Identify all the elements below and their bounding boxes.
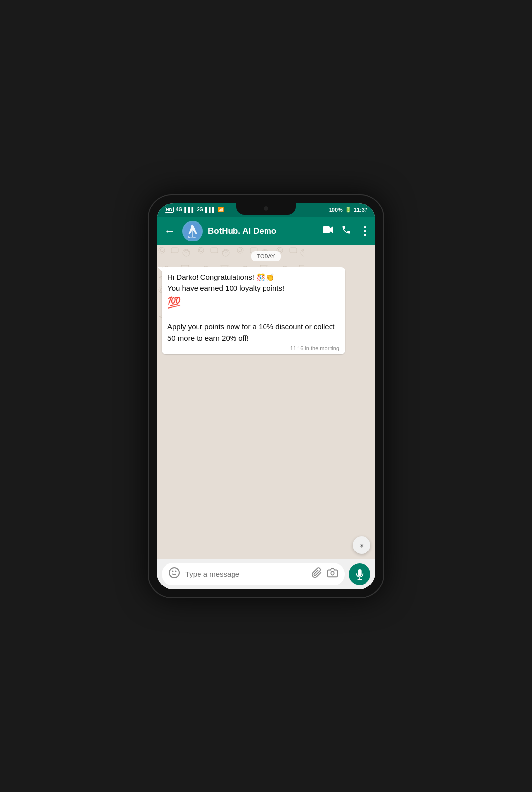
scroll-to-bottom-button[interactable] [353, 536, 370, 554]
hd-icon: HD [165, 207, 174, 213]
video-call-button[interactable] [323, 226, 333, 236]
status-left: HD 4G ▌▌▌ 2G ▌▌▌ 📶 [165, 207, 224, 213]
camera-dot [264, 206, 268, 211]
message-line2: You have earned 100 loyalty points! [167, 283, 339, 294]
message-emoji: 💯 [167, 294, 339, 310]
phone-screen: HD 4G ▌▌▌ 2G ▌▌▌ 📶 100% 🔋 11:37 ← [157, 203, 375, 589]
svg-text:bothub: bothub [188, 236, 198, 239]
avatar-inner: bothub [182, 221, 203, 241]
signal-2g: 2G [197, 207, 203, 212]
svg-point-23 [331, 571, 334, 575]
status-right: 100% 🔋 11:37 [329, 207, 367, 213]
message-line1: Hi Darko! Congratulations! 🎊👏 [167, 272, 339, 283]
attach-button[interactable] [311, 567, 322, 581]
mic-button[interactable] [349, 563, 370, 585]
emoji-button[interactable] [168, 567, 180, 582]
phone-call-button[interactable] [341, 225, 351, 237]
svg-point-20 [169, 568, 179, 578]
header-icons: ⋮ [323, 225, 369, 238]
message-text: Hi Darko! Congratulations! 🎊👏 You have e… [167, 272, 339, 344]
phone-frame: HD 4G ▌▌▌ 2G ▌▌▌ 📶 100% 🔋 11:37 ← [148, 194, 384, 598]
message-input[interactable] [185, 570, 306, 578]
input-wrap [162, 563, 345, 585]
chat-header: ← bothub [157, 217, 375, 245]
camera-button[interactable] [327, 567, 338, 581]
input-bar [157, 559, 375, 589]
clock: 11:37 [354, 207, 367, 213]
date-badge: TODAY [251, 251, 281, 261]
svg-rect-8 [323, 226, 330, 233]
battery-icon: 🔋 [345, 207, 352, 213]
bars-icon: ▌▌▌ [184, 207, 195, 212]
wifi-icon: 📶 [218, 207, 224, 212]
signal-4g: 4G [176, 207, 182, 212]
message-line3: Apply your points now for a 10% discount… [167, 321, 339, 344]
message-time: 11:16 in the morning [167, 345, 339, 351]
bars2-icon: ▌▌▌ [205, 207, 216, 212]
back-button[interactable]: ← [163, 223, 177, 240]
header-info: BotHub. AI Demo [208, 226, 318, 236]
chat-scroll: TODAY Hi Darko! Congratulations! 🎊👏 You … [157, 245, 375, 559]
avatar: bothub [182, 221, 203, 241]
contact-name: BotHub. AI Demo [208, 226, 318, 236]
svg-marker-9 [330, 226, 333, 233]
more-options-button[interactable]: ⋮ [359, 225, 369, 238]
battery-percent: 100% [329, 207, 343, 213]
bothub-logo-icon: bothub [184, 222, 201, 240]
chat-area: ♪ TODAY Hi Darko! [157, 245, 375, 559]
message-bubble: Hi Darko! Congratulations! 🎊👏 You have e… [162, 267, 345, 355]
